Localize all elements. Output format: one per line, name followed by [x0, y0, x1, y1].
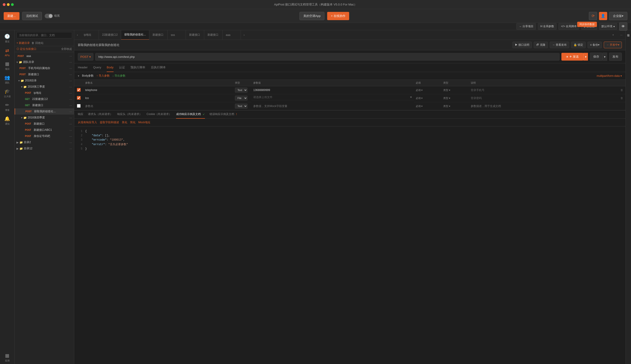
- tree-dots[interactable]: ···: [69, 98, 72, 101]
- tree-item-new2[interactable]: POST 新建接口 ···: [15, 121, 74, 127]
- param-value-input[interactable]: [253, 104, 412, 108]
- tree-dots[interactable]: ···: [69, 66, 72, 70]
- tree-item-abc1[interactable]: POST 新建接口ABC1 ···: [15, 127, 74, 133]
- resp-tab-error[interactable]: 错误响应示例及文档 !: [209, 110, 237, 119]
- tree-dots[interactable]: ···: [69, 79, 72, 82]
- tree-dots[interactable]: ···: [69, 60, 72, 64]
- tab-22[interactable]: 22新建接口2: [99, 30, 121, 40]
- type-badge[interactable]: 类型 ▾: [443, 89, 450, 92]
- method-select[interactable]: POST ▾: [78, 53, 93, 60]
- resp-tab-req-header[interactable]: 请求头（尚未请求）: [88, 110, 113, 119]
- tree-item-create[interactable]: POST 获取我的创造社... ···: [15, 108, 74, 114]
- collapse-all-button[interactable]: 全部收起: [61, 47, 72, 51]
- param-type-select[interactable]: Text File: [235, 104, 248, 108]
- folder-team[interactable]: ▾ 📁 团队目录 ···: [15, 59, 74, 65]
- import-params-button[interactable]: ↑ 导入参数: [96, 74, 109, 78]
- new-button[interactable]: 新建...: [4, 12, 20, 20]
- resp-tab-response[interactable]: 响应: [78, 110, 83, 119]
- close-button[interactable]: [3, 3, 6, 6]
- tree-dots[interactable]: ···: [69, 147, 72, 150]
- beautify-button[interactable]: 美化: [122, 120, 127, 124]
- backup-button[interactable]: ≡ 备份▾: [587, 42, 602, 48]
- resp-tab-success[interactable]: 成功响应示例及文档 ✓: [176, 110, 205, 119]
- tab-sss[interactable]: sss: [168, 30, 186, 40]
- tree-item-phone[interactable]: POST 手机号码归属地你 ···: [15, 65, 74, 71]
- tab-scroll-right[interactable]: ›: [241, 30, 247, 40]
- resp-tab-cookie[interactable]: Cookie（尚未请求）: [146, 110, 171, 119]
- sidebar-item-blog[interactable]: ✏ 博客: [1, 100, 14, 114]
- resp-tab-resp-header[interactable]: 响应头（尚未请求）: [117, 110, 142, 119]
- clear-file-button[interactable]: ✕: [410, 96, 412, 99]
- search-input[interactable]: [17, 32, 72, 38]
- param-type-select[interactable]: Text File: [235, 96, 248, 100]
- simplify-button[interactable]: 简化: [130, 120, 136, 124]
- tree-item-idcard[interactable]: POST 身份证号码吧 ···: [15, 133, 74, 139]
- clone-button[interactable]: 🗗 克隆: [534, 42, 548, 48]
- param-name-input[interactable]: [85, 104, 231, 108]
- export-params-button[interactable]: ↓ 导出参数: [112, 74, 125, 78]
- tree-dots[interactable]: ···: [69, 140, 72, 144]
- sidebar-item-recent[interactable]: 🕐 最近: [1, 32, 14, 45]
- flow-test-button[interactable]: 流程测试: [22, 12, 42, 20]
- delete-row-button[interactable]: 🗑: [620, 96, 623, 100]
- tree-item-new1[interactable]: POST 新建接口 ···: [15, 71, 74, 78]
- save-button[interactable]: 保存: [590, 52, 603, 61]
- view-publish-button[interactable]: → 查看发布: [550, 42, 569, 48]
- tab-pre-script[interactable]: 预执行脚本: [130, 63, 145, 72]
- sidebar-item-apis[interactable]: ⇄ APIs: [1, 46, 14, 58]
- window-controls[interactable]: [3, 3, 14, 6]
- global-params-button[interactable]: H 全局参数: [538, 23, 557, 30]
- url-input[interactable]: [95, 53, 560, 60]
- tree-dots[interactable]: ···: [69, 73, 72, 76]
- minimize-button[interactable]: [7, 3, 10, 6]
- tab-body[interactable]: Body: [107, 63, 114, 72]
- tree-dots[interactable]: ···: [69, 134, 72, 138]
- tree-dots[interactable]: ···: [69, 122, 72, 126]
- folder-2018q4[interactable]: ▾ 📁 2018第四季度 ···: [15, 114, 74, 121]
- tab-create[interactable]: 获取我的创造社...: [121, 30, 149, 40]
- tree-item-get-new[interactable]: GET 新建接口 ···: [15, 102, 74, 108]
- tree-dots[interactable]: ···: [69, 110, 72, 114]
- locate-button[interactable]: ◎ 定位当前接口: [17, 47, 36, 51]
- param-desc-input[interactable]: [471, 96, 617, 100]
- param-desc-input[interactable]: [471, 88, 617, 92]
- param-type-select[interactable]: Text File: [235, 88, 248, 92]
- param-checkbox[interactable]: [77, 88, 81, 92]
- tab-aaa[interactable]: aaa: [223, 30, 241, 40]
- param-name-input[interactable]: [85, 88, 231, 92]
- tab-new2[interactable]: 新建接口: [186, 30, 204, 40]
- mock-url-button[interactable]: Mock地址: [138, 120, 150, 124]
- tree-item-22[interactable]: GET 22新建接口2 ···: [15, 96, 74, 102]
- sidebar-item-apps[interactable]: ▦ 应用: [1, 351, 14, 364]
- publish-button[interactable]: 发布: [609, 52, 622, 61]
- folder-dir2[interactable]: ▶ 📁 目录2 ···: [15, 139, 74, 146]
- new-dir-button[interactable]: + 新建目录: [17, 41, 30, 45]
- user-button[interactable]: 👤: [599, 12, 607, 20]
- maximize-button[interactable]: [11, 3, 14, 6]
- param-checkbox[interactable]: [77, 104, 81, 108]
- tree-dots[interactable]: ···: [69, 85, 72, 89]
- tab-post-script[interactable]: 后执行脚本: [151, 63, 166, 72]
- param-value-input[interactable]: [253, 96, 409, 99]
- eye-button[interactable]: 👁: [619, 22, 627, 31]
- param-value-input[interactable]: [253, 88, 412, 92]
- extract-fields-button[interactable]: 提取字段和描述: [100, 120, 119, 124]
- sidebar-item-cloud[interactable]: 🎓 云大使: [1, 87, 14, 100]
- param-name-input[interactable]: [85, 96, 231, 100]
- tree-dots[interactable]: ···: [69, 91, 72, 95]
- param-desc-input[interactable]: [471, 104, 617, 108]
- tab-header[interactable]: Header: [78, 63, 88, 72]
- tab-scroll-left[interactable]: ‹: [74, 30, 81, 40]
- code-editor[interactable]: 1 { 2 "data": [], 3 "errcode": "100013",: [74, 126, 625, 154]
- dev-status-button[interactable]: → 开发中▾: [604, 42, 622, 48]
- tree-dots[interactable]: ···: [69, 128, 72, 132]
- tree-dots[interactable]: ···: [69, 104, 72, 107]
- tree-dots[interactable]: ···: [69, 54, 72, 58]
- dark-mode-switch[interactable]: [45, 14, 53, 18]
- default-env-button[interactable]: 默认环境 ▾: [599, 23, 617, 30]
- tab-new3[interactable]: 新建接口: [204, 30, 223, 40]
- tab-more-button[interactable]: ···: [617, 30, 625, 40]
- tree-dots[interactable]: ···: [69, 116, 72, 120]
- required-badge[interactable]: 必填 ▾: [416, 88, 440, 92]
- required-badge[interactable]: 必填 ▾: [416, 96, 440, 100]
